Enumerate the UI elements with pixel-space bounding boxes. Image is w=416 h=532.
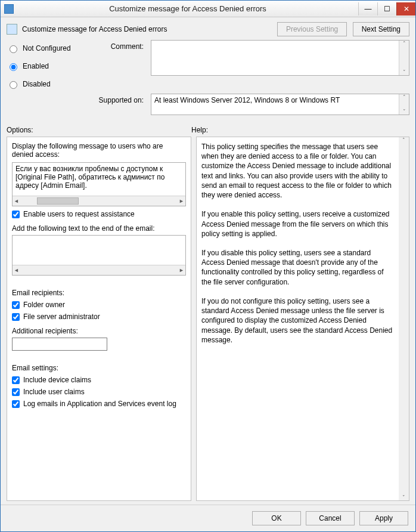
add-email-text-textarea[interactable] — [13, 236, 185, 263]
fs-admin-input[interactable] — [12, 313, 20, 321]
minimize-button[interactable]: — — [358, 2, 377, 16]
supported-on-box: At least Windows Server 2012, Windows 8 … — [151, 94, 409, 115]
titlebar[interactable]: Customize message for Access Denied erro… — [1, 1, 415, 17]
add-email-hscroll[interactable]: ◄► — [13, 265, 185, 275]
add-email-text-label: Add the following text to the end of the… — [12, 224, 186, 233]
comment-textarea[interactable]: ˄˅ — [151, 40, 409, 76]
display-message-wrapper: ◄ ► — [12, 162, 186, 206]
policy-title: Customize message for Access Denied erro… — [22, 25, 167, 33]
include-device-label: Include device claims — [23, 376, 91, 384]
previous-setting-button[interactable]: Previous Setting — [277, 22, 347, 36]
include-user-checkbox[interactable]: Include user claims — [12, 388, 186, 396]
cancel-button[interactable]: Cancel — [306, 511, 355, 525]
radio-enabled-label: Enabled — [23, 62, 49, 70]
display-message-hscroll[interactable]: ◄ ► — [13, 196, 185, 206]
comment-label: Comment: — [94, 40, 147, 51]
folder-owner-input[interactable] — [12, 301, 20, 309]
radio-enabled[interactable]: Enabled — [7, 61, 90, 71]
radio-not-configured-input[interactable] — [10, 45, 17, 53]
scroll-left-icon[interactable]: ◄ — [14, 198, 19, 204]
enable-assistance-label: Enable users to request assistance — [23, 210, 135, 218]
help-panel: This policy setting specifies the messag… — [196, 137, 409, 501]
include-device-input[interactable] — [12, 376, 20, 384]
help-paragraph: If you do not configure this policy sett… — [201, 296, 393, 345]
log-emails-input[interactable] — [12, 400, 20, 408]
folder-owner-checkbox[interactable]: Folder owner — [12, 301, 186, 309]
fs-admin-label: File server administrator — [23, 313, 100, 321]
help-paragraph: If you enable this policy setting, users… — [201, 209, 393, 239]
scroll-right-icon[interactable]: ► — [179, 267, 184, 273]
window-title: Customize message for Access Denied erro… — [17, 4, 358, 13]
radio-disabled-input[interactable] — [10, 81, 17, 89]
additional-recipients-label: Additional recipients: — [12, 327, 186, 335]
options-section-label: Options: — [7, 126, 191, 134]
email-recipients-label: Email recipients: — [12, 289, 186, 297]
dialog-window: Customize message for Access Denied erro… — [0, 0, 416, 532]
include-device-checkbox[interactable]: Include device claims — [12, 376, 186, 384]
help-scrollbar[interactable]: ˄˅ — [399, 137, 409, 500]
add-email-text-wrapper: ◄► — [12, 235, 186, 276]
scroll-left-icon[interactable]: ◄ — [14, 267, 19, 273]
include-user-label: Include user claims — [23, 388, 85, 396]
radio-enabled-input[interactable] — [10, 63, 17, 71]
radio-disabled[interactable]: Disabled — [7, 79, 90, 89]
help-paragraph: This policy setting specifies the messag… — [201, 142, 393, 200]
supported-scrollbar[interactable]: ˄˅ — [399, 94, 409, 115]
options-panel: Display the following message to users w… — [7, 137, 191, 501]
comment-scrollbar[interactable]: ˄˅ — [399, 41, 409, 75]
help-paragraph: If you disable this policy setting, user… — [201, 248, 393, 287]
app-icon — [4, 4, 14, 14]
radio-disabled-label: Disabled — [23, 80, 51, 88]
policy-icon — [7, 24, 17, 35]
dialog-footer: OK Cancel Apply — [1, 505, 415, 531]
additional-recipients-input[interactable] — [12, 338, 107, 351]
state-radio-group: Not Configured Enabled Disabled — [7, 40, 90, 89]
display-message-label: Display the following message to users w… — [12, 142, 186, 159]
include-user-input[interactable] — [12, 388, 20, 396]
fs-admin-checkbox[interactable]: File server administrator — [12, 313, 186, 321]
radio-not-configured[interactable]: Not Configured — [7, 44, 90, 53]
enable-assistance-checkbox[interactable]: Enable users to request assistance — [12, 210, 186, 218]
help-section-label: Help: — [191, 126, 208, 134]
folder-owner-label: Folder owner — [23, 301, 65, 309]
ok-button[interactable]: OK — [252, 511, 301, 525]
email-settings-label: Email settings: — [12, 364, 186, 372]
supported-on-text: At least Windows Server 2012, Windows 8 … — [154, 96, 340, 104]
log-emails-checkbox[interactable]: Log emails in Application and Services e… — [12, 400, 186, 408]
scroll-thumb[interactable] — [37, 197, 79, 205]
maximize-button[interactable]: ☐ — [377, 2, 396, 16]
display-message-textarea[interactable] — [13, 163, 185, 194]
supported-label: Supported on: — [94, 94, 147, 104]
enable-assistance-input[interactable] — [12, 211, 20, 218]
log-emails-label: Log emails in Application and Services e… — [23, 400, 176, 408]
close-button[interactable]: ✕ — [396, 2, 415, 16]
scroll-right-icon[interactable]: ► — [179, 198, 184, 204]
apply-button[interactable]: Apply — [359, 511, 408, 525]
radio-not-configured-label: Not Configured — [23, 44, 71, 52]
next-setting-button[interactable]: Next Setting — [353, 22, 409, 36]
